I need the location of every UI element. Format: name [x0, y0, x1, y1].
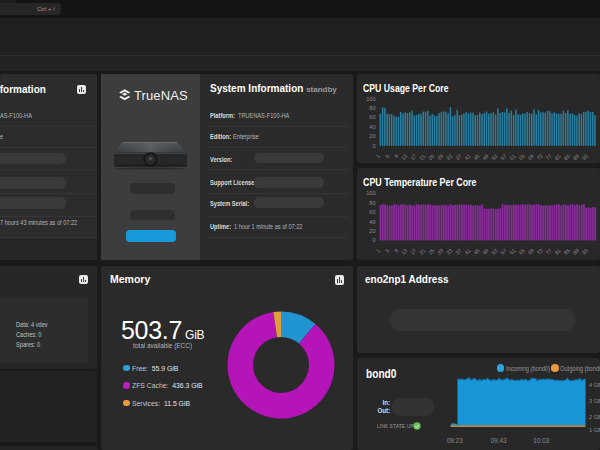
svg-text:1 GB: 1 GB — [589, 427, 600, 433]
svg-text:09:23: 09:23 — [447, 437, 463, 444]
svg-text:10:03: 10:03 — [533, 437, 549, 444]
svg-text:4 GB: 4 GB — [589, 382, 600, 388]
svg-text:09:43: 09:43 — [491, 437, 507, 444]
svg-text:2 GB: 2 GB — [589, 414, 600, 420]
svg-text:3 GB: 3 GB — [589, 398, 600, 404]
